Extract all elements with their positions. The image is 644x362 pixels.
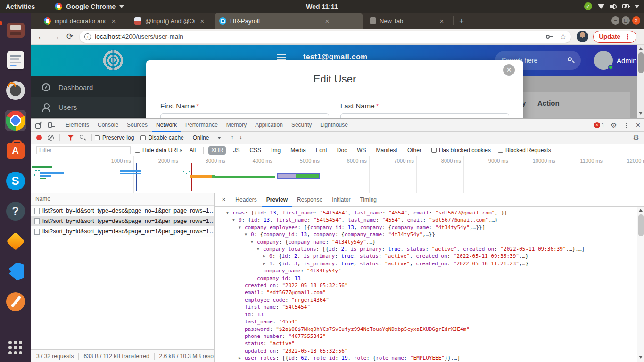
dock-printer-icon[interactable] <box>5 19 26 41</box>
devtools-tab-memory[interactable]: Memory <box>222 119 251 132</box>
tree-toggle-icon[interactable]: ▶ <box>263 260 269 267</box>
waterfall-bar[interactable] <box>190 175 212 178</box>
preserve-log-checkbox[interactable]: Preserve log <box>95 134 134 141</box>
request-row[interactable]: list?sort_by=id&sort_type=desc&page_no=1… <box>31 226 214 237</box>
waterfall-bar[interactable] <box>186 173 187 174</box>
close-detail-icon[interactable]: × <box>222 196 226 204</box>
scroll-down-icon[interactable] <box>639 356 643 359</box>
dock-skype-icon[interactable]: S <box>5 170 26 191</box>
request-row[interactable]: list?sort_by=id&sort_type=desc&page_no=1… <box>31 216 214 226</box>
waterfall-bar[interactable] <box>34 174 35 176</box>
tree-toggle-icon[interactable]: ▼ <box>239 224 245 231</box>
detail-tab-initiator[interactable]: Initiator <box>327 193 355 207</box>
preview-line[interactable]: ▼rows: [{id: 13, first_name: "54t5454", … <box>215 209 637 216</box>
preview-line[interactable]: company_id: 13 <box>215 275 637 282</box>
filter-type-js[interactable]: JS <box>230 146 242 155</box>
bookmark-star-icon[interactable]: ☆ <box>560 33 566 41</box>
waterfall-bar[interactable] <box>120 173 141 174</box>
throttling-dropdown[interactable]: Online <box>193 134 222 141</box>
request-row[interactable]: list?sort_by=id&sort_type=desc&page_no=1… <box>31 206 214 216</box>
waterfall-bar[interactable] <box>120 170 141 172</box>
devtools-tab-security[interactable]: Security <box>287 119 316 132</box>
devtools-tab-application[interactable]: Application <box>251 119 287 132</box>
preview-line[interactable]: ▼0: {company_id: 13, company: {company_n… <box>215 231 637 238</box>
filter-type-ws[interactable]: WS <box>354 146 369 155</box>
password-key-icon[interactable] <box>546 35 553 39</box>
devtools-settings-icon[interactable]: ⚙ <box>611 121 617 130</box>
error-count-badge[interactable]: ×1 <box>594 122 605 129</box>
disable-cache-checkbox[interactable]: Disable cache <box>140 134 183 141</box>
detail-tab-timing[interactable]: Timing <box>355 193 381 207</box>
detail-tab-headers[interactable]: Headers <box>231 193 261 207</box>
waterfall-bar[interactable] <box>35 170 37 171</box>
dock-help-icon[interactable]: ? <box>5 200 26 222</box>
app-menu[interactable]: Google Chrome <box>55 3 124 10</box>
inspect-element-icon[interactable] <box>35 121 43 129</box>
browser-menu-icon[interactable]: ⋮ <box>624 33 631 41</box>
waterfall-bar[interactable] <box>40 172 64 174</box>
devtools-close-icon[interactable]: × <box>636 121 640 130</box>
tab-input-decorator[interactable]: input decorator and outp × <box>39 13 122 29</box>
filter-icon[interactable] <box>67 135 74 141</box>
profile-avatar[interactable] <box>577 31 588 42</box>
dock-tools-icon[interactable] <box>5 291 26 312</box>
filter-input[interactable] <box>36 146 131 154</box>
dock-ubuntu-software-icon[interactable]: A <box>5 140 26 161</box>
dock-chrome-icon[interactable] <box>5 110 26 131</box>
filter-type-css[interactable]: CSS <box>247 146 264 155</box>
preview-line[interactable]: id: 13 <box>215 311 637 318</box>
preview-line[interactable]: ▼company_employees: [{company_id: 13, co… <box>215 224 637 231</box>
import-har-icon[interactable]: ↑ <box>230 135 234 140</box>
waterfall-bar[interactable] <box>189 171 190 172</box>
preview-line[interactable]: email: "sdt5677@gmail.com" <box>215 289 637 296</box>
filter-type-font[interactable]: Font <box>313 146 330 155</box>
network-overview-timeline[interactable]: 1000 ms2000 ms3000 ms4000 ms5000 ms6000 … <box>31 156 644 193</box>
app-logo-icon[interactable] <box>102 49 124 71</box>
tree-toggle-icon[interactable]: ▼ <box>232 216 239 223</box>
maximize-button[interactable]: ◻ <box>622 16 630 25</box>
waterfall-bar[interactable] <box>38 170 40 171</box>
tab-hr-payroll[interactable]: HR-Payroll × <box>215 13 363 29</box>
filter-type-manifest[interactable]: Manifest <box>373 146 400 155</box>
filter-type-all[interactable]: All <box>187 146 198 155</box>
waterfall-bar[interactable] <box>215 176 275 178</box>
filter-type-xhr[interactable]: XHR <box>208 146 226 155</box>
scrollbar-thumb[interactable] <box>638 214 644 236</box>
preview-line[interactable]: password: "$2a$08$7Nkq0hYCs7SvCufyz994Ne… <box>215 326 637 333</box>
devtools-tab-network[interactable]: Network <box>152 119 181 132</box>
preview-line[interactable]: company_name: "4t34ty54y" <box>215 267 637 274</box>
preview-line[interactable]: employee_code: "nrgeri4364" <box>215 296 637 304</box>
tree-toggle-icon[interactable]: ▼ <box>257 246 263 253</box>
modal-close-button[interactable]: ✕ <box>503 64 515 76</box>
preview-line[interactable]: ▼0: {id: 13, first_name: "54t5454", last… <box>215 216 637 223</box>
waterfall-bar[interactable] <box>40 178 46 179</box>
filter-type-media[interactable]: Media <box>288 146 309 155</box>
tab-new-tab[interactable]: New Tab × <box>365 13 450 29</box>
network-settings-icon[interactable]: ⚙ <box>633 133 639 142</box>
tab-close-icon[interactable]: × <box>198 17 206 25</box>
preview-line[interactable]: created_on: "2022-05-18 05:32:56" <box>215 282 637 289</box>
filter-type-img[interactable]: Img <box>268 146 283 155</box>
devtools-tab-console[interactable]: Console <box>93 119 123 132</box>
preview-line[interactable]: first_name: "54t5454" <box>215 304 637 311</box>
requests-column-header[interactable]: Name <box>31 193 214 206</box>
blocked-requests-checkbox[interactable]: Blocked Requests <box>498 147 551 154</box>
menu-hamburger-icon[interactable] <box>277 54 286 60</box>
selected-waterfall-bar[interactable] <box>277 173 320 179</box>
tree-toggle-icon[interactable]: ▼ <box>226 209 232 216</box>
dock-text-editor-icon[interactable] <box>5 49 26 71</box>
device-toolbar-icon[interactable] <box>48 121 55 129</box>
waterfall-bar[interactable] <box>40 175 51 177</box>
waterfall-bar[interactable] <box>183 171 184 172</box>
waterfall-bar[interactable] <box>32 166 52 168</box>
reload-button[interactable]: ⟳ <box>66 32 73 41</box>
preview-line[interactable]: ▼company_locations: [{id: 2, is_primary:… <box>215 246 637 253</box>
devtools-tab-elements[interactable]: Elements <box>61 119 93 132</box>
back-button[interactable]: ← <box>37 32 45 41</box>
dock-draw-app-icon[interactable] <box>5 230 26 252</box>
new-tab-button[interactable]: + <box>456 16 467 26</box>
detail-tab-preview[interactable]: Preview <box>262 193 292 207</box>
preview-scrollbar[interactable] <box>637 207 644 362</box>
page-scrollbar[interactable] <box>637 45 644 118</box>
header-avatar[interactable] <box>594 51 613 70</box>
